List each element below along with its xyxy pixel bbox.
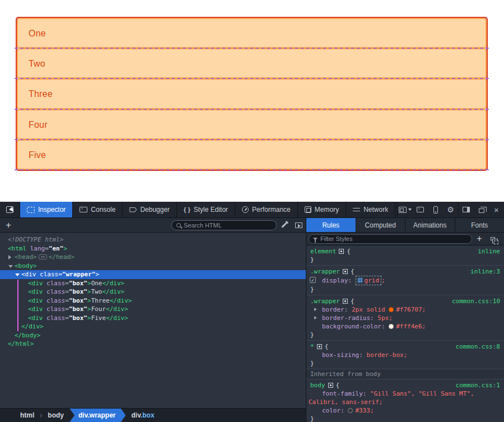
grid-box-one: One	[17, 18, 487, 48]
twisty-open-icon[interactable]	[8, 265, 13, 268]
tab-memory[interactable]: Memory	[298, 202, 346, 217]
breadcrumb-item-html[interactable]: html	[15, 409, 40, 422]
debugger-icon	[129, 207, 137, 212]
tab-style-editor[interactable]: { }Style Editor	[177, 202, 235, 217]
collapsed-content-badge[interactable]	[39, 254, 47, 259]
grid-box-two: Two	[17, 48, 487, 78]
eyedropper-icon	[281, 222, 287, 228]
css-declaration[interactable]: font-family: "Gill Sans", "Gill Sans MT"…	[306, 389, 503, 406]
separate-window-icon	[479, 208, 484, 213]
add-node-button[interactable]: +	[0, 219, 17, 232]
markup-row[interactable]: <div class="box">Five</div>	[0, 314, 306, 323]
devtools-tabbar: InspectorConsoleDebugger{ }Style EditorP…	[0, 202, 504, 218]
tab-inspector[interactable]: Inspector	[20, 202, 73, 217]
filter-styles-box	[309, 234, 472, 244]
inspector-icon	[27, 207, 35, 213]
css-declaration[interactable]: border-radius: 5px;	[306, 314, 503, 322]
sidebar-tab-fonts[interactable]: Fonts	[455, 218, 504, 232]
declaration-checkbox[interactable]: ✓	[310, 277, 316, 283]
color-swatch[interactable]	[389, 324, 394, 329]
markup-view: <!DOCTYPE html><html lang="en"><head></h…	[0, 233, 306, 408]
css-rule: common.css:8*{box-sizing: border-box;}	[306, 341, 503, 369]
expand-arrow-icon[interactable]	[314, 308, 317, 311]
settings-gear-button[interactable]: ⚙	[443, 202, 458, 217]
markup-row[interactable]: </div>	[0, 322, 306, 331]
eyedropper-button[interactable]	[277, 222, 291, 228]
css-declaration[interactable]: background-color: #fff4e6;	[306, 322, 503, 331]
markup-toolbar: +	[0, 218, 306, 232]
filter-styles-input[interactable]	[320, 235, 468, 242]
split-console-icon	[417, 207, 424, 212]
markup-row[interactable]: <head></head>	[0, 253, 306, 262]
highlight-element-icon[interactable]	[317, 344, 322, 349]
css-declaration[interactable]: color: #333;	[306, 406, 503, 415]
rule-source-link[interactable]: inline:3	[470, 267, 503, 276]
close-button[interactable]: ×	[489, 202, 504, 217]
sidebar-tab-animations[interactable]: Animations	[405, 218, 455, 232]
tab-debugger[interactable]: Debugger	[123, 202, 177, 217]
performance-icon	[242, 206, 249, 213]
breadcrumb-item-div-box[interactable]: div.box	[125, 409, 160, 422]
tab-console[interactable]: Console	[73, 202, 123, 217]
element-picker-icon	[6, 206, 13, 213]
css-rule: inline:3.wrapper{✓display: grid;}	[306, 266, 503, 295]
markup-row[interactable]: <div class="box">Four</div>	[0, 305, 306, 314]
split-console-button[interactable]	[413, 202, 428, 217]
grid-highlighter-toggle[interactable]: grid	[356, 276, 382, 285]
sidebar-tab-computed[interactable]: Computed	[356, 218, 406, 232]
iframe-picker-icon	[399, 207, 407, 213]
highlight-element-icon[interactable]	[343, 299, 348, 304]
highlight-element-icon[interactable]	[328, 383, 333, 388]
rule-source-link[interactable]: common.css:8	[456, 342, 503, 351]
three-pane-toggle-button[interactable]	[291, 222, 306, 228]
markup-row[interactable]: <div class="box">Three</div>	[0, 296, 306, 305]
grid-box-three: Three	[17, 78, 487, 109]
css-declaration[interactable]: box-sizing: border-box;	[306, 351, 503, 359]
rule-selector-row[interactable]: inline:3.wrapper{	[306, 267, 503, 276]
tab-network[interactable]: Network	[346, 202, 395, 217]
expand-arrow-icon[interactable]	[314, 316, 317, 319]
color-swatch[interactable]	[348, 408, 353, 413]
add-rule-button[interactable]: +	[472, 234, 487, 244]
rule-source-link[interactable]: common.css:1	[456, 381, 503, 389]
css-declaration[interactable]: border: 2px solid #f76707;	[306, 305, 503, 314]
css-rule: inlineelement{}	[306, 245, 503, 266]
dock-side-icon	[463, 207, 470, 212]
search-html-input[interactable]	[184, 222, 272, 229]
markup-row[interactable]: </html>	[0, 340, 306, 349]
breadcrumb-item-body[interactable]: body	[42, 409, 69, 422]
markup-row[interactable]: <body>	[0, 262, 306, 271]
twisty-closed-icon[interactable]	[8, 255, 11, 259]
color-swatch[interactable]	[389, 307, 394, 312]
element-picker-button[interactable]	[0, 202, 20, 217]
markup-row[interactable]: <div class="box">One</div>	[0, 279, 306, 288]
memory-icon	[305, 206, 311, 213]
markup-row[interactable]: <!DOCTYPE html>	[0, 235, 306, 244]
iframe-picker-button[interactable]	[398, 202, 413, 217]
highlight-element-icon[interactable]	[339, 249, 344, 254]
rule-selector-row[interactable]: common.css:8*{	[306, 342, 503, 351]
rule-source-link[interactable]: common.css:10	[452, 297, 503, 305]
markup-row[interactable]: </body>	[0, 331, 306, 340]
sidebar-tab-rules[interactable]: Rules	[306, 218, 356, 232]
css-declaration[interactable]: ✓display: grid;	[306, 276, 503, 285]
markup-panel: <!DOCTYPE html><html lang="en"><head></h…	[0, 233, 306, 422]
twisty-open-icon[interactable]	[15, 273, 20, 276]
breadcrumb-item-div-wrapper[interactable]: div.wrapper	[69, 409, 125, 422]
dock-side-button[interactable]	[459, 202, 474, 217]
tab-performance[interactable]: Performance	[235, 202, 298, 217]
markup-row[interactable]: <div class="wrapper">	[0, 270, 306, 279]
rule-selector-row[interactable]: common.css:10.wrapper{	[306, 297, 503, 305]
braces-icon: { }	[184, 206, 190, 213]
separate-window-button[interactable]	[474, 202, 489, 217]
rule-selector-row[interactable]: common.css:1body{	[306, 381, 503, 389]
grid-box-five: Five	[17, 140, 487, 170]
class-panel-toggle-button[interactable]	[487, 237, 501, 240]
responsive-mode-button[interactable]	[428, 202, 443, 217]
search-html-box	[171, 220, 277, 230]
highlight-element-icon[interactable]	[343, 269, 348, 274]
rule-source-link[interactable]: inline	[478, 247, 503, 256]
rule-selector-row[interactable]: inlineelement{	[306, 247, 503, 256]
markup-row[interactable]: <div class="box">Two</div>	[0, 287, 306, 296]
markup-row[interactable]: <html lang="en">	[0, 244, 306, 253]
